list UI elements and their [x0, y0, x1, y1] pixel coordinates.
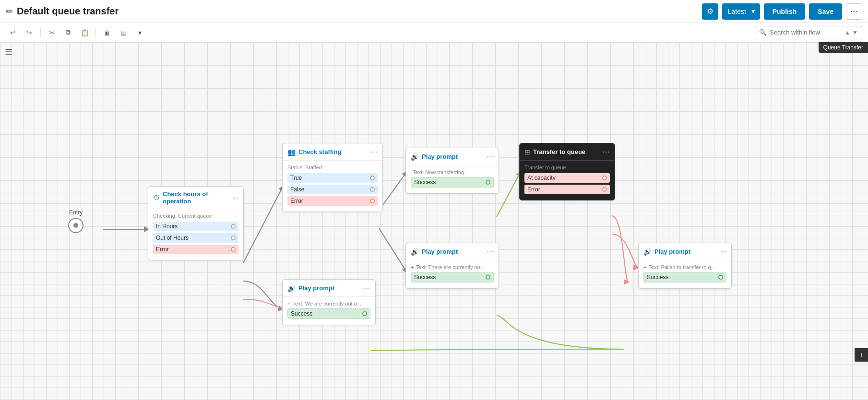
chevron-up-icon[interactable]: ▲: [844, 29, 850, 36]
play-prompt-2-success-connector: [486, 275, 490, 280]
play-prompt-4-success: Success: [643, 272, 726, 282]
chevron-down-icon[interactable]: ▼: [852, 29, 858, 36]
more-toolbar-button[interactable]: ▾: [132, 26, 147, 39]
redo-button[interactable]: ↪: [22, 26, 36, 39]
check-hours-output-out-of-hours: Out of Hours: [153, 233, 238, 243]
toolbar-separator-2: [95, 28, 96, 37]
play-prompt-1-menu-icon[interactable]: ⋯: [486, 152, 494, 161]
publish-button[interactable]: Publish: [764, 3, 806, 20]
transfer-subtitle: Transfer to queue: [524, 165, 610, 170]
transfer-header: ⊞ Transfer to queue ⋯: [520, 143, 615, 161]
play-prompt-4-title: Play prompt: [654, 248, 690, 255]
check-staffing-menu-icon[interactable]: ⋯: [370, 147, 378, 156]
header-right: ⚙ Latest ▼ Publish Save ⋯: [702, 3, 862, 20]
play-prompt-1-header: 🔊 Play prompt ⋯: [406, 148, 499, 165]
search-bar: 🔍 ▲ ▼: [755, 26, 862, 39]
check-staffing-header: 👥 Check staffing ⋯: [283, 143, 382, 161]
check-staffing-subtitle: Status: Staffed: [287, 165, 378, 170]
play-prompt-2-menu-icon[interactable]: ⋯: [486, 247, 494, 256]
in-hours-connector: [231, 224, 236, 229]
transfer-header-left: ⊞ Transfer to queue: [524, 148, 585, 156]
staffing-true-connector: [370, 176, 375, 180]
save-button[interactable]: Save: [809, 3, 842, 20]
gear-button[interactable]: ⚙: [702, 3, 718, 20]
check-hours-title: Check hours of operation: [163, 190, 231, 205]
transfer-to-queue-node[interactable]: ⊞ Transfer to queue ⋯ Transfer to queue …: [519, 143, 615, 200]
check-hours-node[interactable]: ⏱ Check hours of operation ⋯ Checking: C…: [148, 186, 244, 260]
clock-icon: ⏱: [153, 194, 160, 201]
play-prompt-1-success-connector: [486, 180, 490, 185]
play-prompt-4-body: +Text: Failed to transfer to q... Succes…: [639, 260, 731, 288]
copy-button[interactable]: ⧉: [61, 26, 75, 39]
transfer-body: Transfer to queue At capacity Error: [520, 161, 615, 200]
play-prompt-4-header-left: 🔊 Play prompt: [643, 248, 690, 256]
transfer-menu-icon[interactable]: ⋯: [602, 147, 610, 156]
transfer-at-capacity: At capacity: [524, 173, 610, 183]
play-prompt-1-success: Success: [411, 177, 494, 188]
play-prompt-1-node[interactable]: 🔊 Play prompt ⋯ Text: Now transferring. …: [405, 148, 499, 194]
play-prompt-1-title: Play prompt: [422, 153, 458, 160]
play-prompt-3-node[interactable]: 🔊 Play prompt ⋯ +Text: We are currently …: [282, 279, 376, 325]
entry-circle: [68, 218, 83, 233]
queue-transfer-badge: Queue Transfer: [819, 42, 868, 53]
search-input[interactable]: [770, 29, 842, 36]
header: ✏ Default queue transfer ⚙ Latest ▼ Publ…: [0, 0, 868, 23]
play-prompt-2-body: +Text: There are currently no... Success: [406, 260, 499, 288]
play-prompt-3-title: Play prompt: [298, 284, 334, 292]
play-prompt-3-header-left: 🔊 Play prompt: [287, 284, 334, 292]
play-prompt-4-menu-icon[interactable]: ⋯: [719, 247, 726, 256]
play-prompt-1-header-left: 🔊 Play prompt: [411, 153, 458, 161]
play-prompt-3-success-connector: [362, 311, 367, 316]
sidebar-toggle-button[interactable]: ☰: [5, 47, 12, 58]
play-prompt-4-header: 🔊 Play prompt ⋯: [639, 243, 731, 260]
play-prompt-4-text: +Text: Failed to transfer to q...: [643, 264, 726, 270]
play-prompt-1-body: Text: Now transferring. Success: [406, 165, 499, 193]
check-staffing-body: Status: Staffed True False Error: [283, 161, 382, 212]
check-hours-error-connector: [231, 247, 236, 252]
out-of-hours-connector: [231, 235, 236, 240]
cut-button[interactable]: ✂: [45, 26, 59, 39]
version-select[interactable]: Latest: [722, 3, 760, 20]
check-hours-menu-icon[interactable]: ⋯: [231, 193, 238, 202]
play-prompt-4-success-connector: [718, 275, 723, 280]
play-prompt-2-text: +Text: There are currently no...: [411, 264, 494, 270]
version-wrapper: Latest ▼: [722, 3, 760, 20]
check-hours-subtitle: Checking: Current queue: [153, 213, 238, 219]
play-prompt-3-header: 🔊 Play prompt ⋯: [283, 280, 375, 297]
more-options-button[interactable]: ⋯: [846, 3, 862, 20]
paste-button[interactable]: 📋: [77, 26, 92, 39]
expand-button[interactable]: ⟩: [855, 348, 868, 362]
play-prompt-3-success: Success: [287, 308, 370, 319]
staffing-error-connector: [370, 199, 375, 203]
check-hours-body: Checking: Current queue In Hours Out of …: [148, 209, 243, 260]
play-prompt-2-header-left: 🔊 Play prompt: [411, 248, 458, 256]
header-left: ✏ Default queue transfer: [6, 6, 702, 17]
entry-node: Entry: [68, 209, 83, 233]
check-hours-output-in-hours: In Hours: [153, 222, 238, 231]
speaker-icon-3: 🔊: [287, 284, 296, 292]
transfer-error: Error: [524, 185, 610, 194]
staffing-false-connector: [370, 187, 375, 192]
toolbar: ↩ ↪ ✂ ⧉ 📋 🗑 ▦ ▾ 🔍 ▲ ▼: [0, 23, 868, 42]
transfer-icon: ⊞: [524, 148, 530, 156]
check-hours-output-error: Error: [153, 245, 238, 254]
check-hours-header: ⏱ Check hours of operation ⋯: [148, 187, 243, 209]
play-prompt-2-success: Success: [411, 272, 494, 282]
check-staffing-error: Error: [287, 196, 378, 206]
play-prompt-4-node[interactable]: 🔊 Play prompt ⋯ +Text: Failed to transfe…: [638, 243, 732, 289]
play-prompt-3-menu-icon[interactable]: ⋯: [363, 283, 370, 293]
toolbar-separator-1: [40, 28, 41, 37]
play-prompt-1-text: Text: Now transferring.: [411, 169, 494, 175]
speaker-icon-4: 🔊: [643, 248, 652, 256]
search-icon: 🔍: [759, 29, 767, 36]
undo-button[interactable]: ↩: [6, 26, 20, 39]
check-staffing-node[interactable]: 👥 Check staffing ⋯ Status: Staffed True …: [282, 143, 383, 212]
entry-circle-inner: [73, 223, 78, 228]
delete-button[interactable]: 🗑: [100, 26, 114, 39]
play-prompt-2-node[interactable]: 🔊 Play prompt ⋯ +Text: There are current…: [405, 243, 499, 289]
check-staffing-true: True: [287, 173, 378, 183]
flow-canvas[interactable]: Queue Transfer ☰: [0, 42, 868, 400]
grid-button[interactable]: ▦: [116, 26, 131, 39]
speaker-icon-2: 🔊: [411, 248, 419, 256]
speaker-icon-1: 🔊: [411, 153, 419, 161]
